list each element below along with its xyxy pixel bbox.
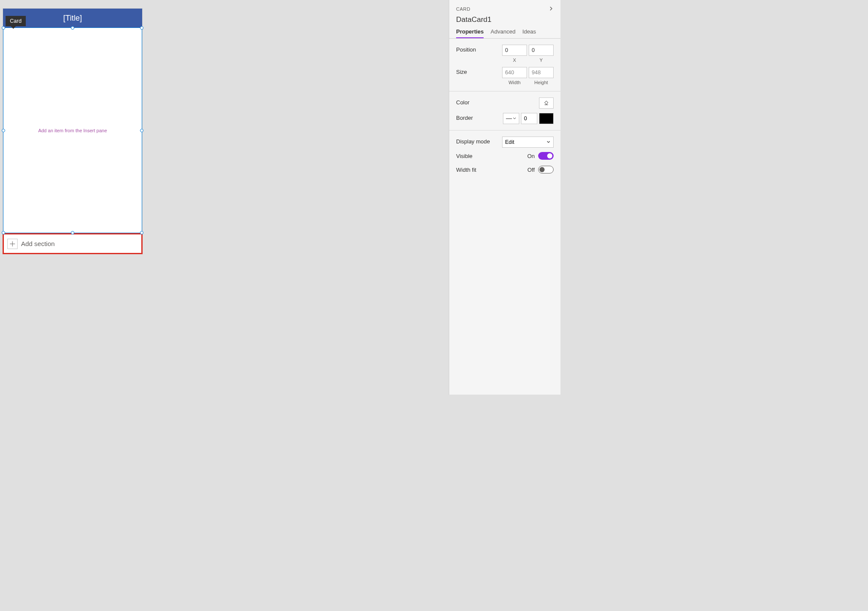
add-section-bar[interactable]: Add section <box>3 233 143 254</box>
visible-state-text: On <box>527 153 535 159</box>
section-display: Display mode Edit Visible On Width fit O… <box>449 131 560 179</box>
size-height-sublabel: Height <box>529 80 554 85</box>
visible-label: Visible <box>456 153 527 159</box>
add-section-label: Add section <box>21 240 55 247</box>
display-mode-select[interactable]: Edit <box>502 137 554 148</box>
resize-handle-top-right[interactable] <box>140 26 143 30</box>
tabs: Properties Advanced Ideas <box>449 24 560 39</box>
chevron-right-icon[interactable] <box>548 5 554 13</box>
resize-handle-bottom-right[interactable] <box>140 231 143 234</box>
border-width-input[interactable] <box>521 113 537 124</box>
fill-icon <box>543 100 549 106</box>
width-fit-toggle[interactable] <box>538 166 554 173</box>
visible-toggle[interactable] <box>538 152 554 160</box>
resize-handle-bottom-middle[interactable] <box>71 231 74 234</box>
tab-properties[interactable]: Properties <box>456 28 484 38</box>
display-mode-label: Display mode <box>456 137 502 145</box>
card-frame[interactable]: [Title] Add an item from the Insert pane <box>3 8 143 254</box>
size-width-input[interactable] <box>502 67 527 78</box>
resize-handle-top-left[interactable] <box>2 26 5 30</box>
element-name: DataCard1 <box>456 15 554 24</box>
tooltip-label: Card <box>10 18 21 24</box>
width-fit-state-text: Off <box>527 167 535 173</box>
size-height-input[interactable] <box>529 67 554 78</box>
chevron-down-icon <box>546 140 551 144</box>
properties-header: CARD DataCard1 <box>449 0 560 24</box>
card-tooltip: Card <box>6 16 26 26</box>
position-y-input[interactable] <box>529 45 554 56</box>
canvas-area[interactable]: [Title] Add an item from the Insert pane… <box>0 0 247 395</box>
display-mode-value: Edit <box>505 139 515 145</box>
position-label: Position <box>456 45 502 53</box>
section-color-border: Color Border <box>449 91 560 131</box>
plus-icon <box>9 241 15 247</box>
size-label: Size <box>456 67 502 75</box>
chevron-down-icon <box>513 117 516 120</box>
position-x-input[interactable] <box>502 45 527 56</box>
border-label: Border <box>456 113 503 121</box>
element-type-label: CARD <box>456 6 470 12</box>
border-style-button[interactable] <box>503 113 519 124</box>
resize-handle-top-middle[interactable] <box>71 26 74 30</box>
border-line-icon <box>506 119 512 119</box>
tab-advanced[interactable]: Advanced <box>490 28 515 38</box>
border-color-swatch[interactable] <box>539 113 554 124</box>
properties-panel: CARD DataCard1 Properties Advanced Ideas… <box>449 0 560 395</box>
card-body[interactable]: Add an item from the Insert pane <box>3 27 142 233</box>
color-picker-button[interactable] <box>539 97 554 109</box>
color-label: Color <box>456 97 539 106</box>
position-x-sublabel: X <box>502 58 527 63</box>
card-title: [Title] <box>63 14 82 23</box>
position-y-sublabel: Y <box>529 58 554 63</box>
resize-handle-middle-left[interactable] <box>2 129 5 132</box>
size-width-sublabel: Width <box>502 80 527 85</box>
section-position-size: Position X Y Size Width <box>449 39 560 91</box>
card-body-hint: Add an item from the Insert pane <box>38 128 107 133</box>
resize-handle-bottom-left[interactable] <box>2 231 5 234</box>
add-section-button[interactable] <box>7 239 18 249</box>
width-fit-label: Width fit <box>456 167 527 173</box>
resize-handle-middle-right[interactable] <box>140 129 143 132</box>
tab-ideas[interactable]: Ideas <box>522 28 536 38</box>
